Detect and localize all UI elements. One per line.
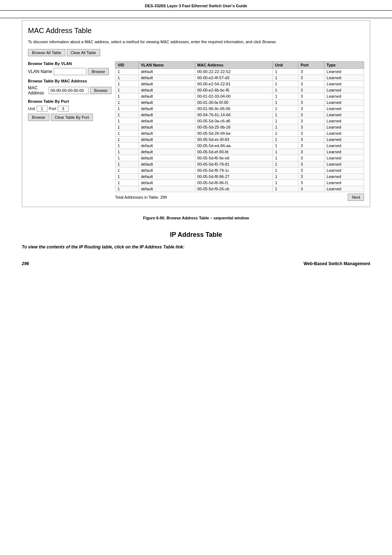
table-row: 1 default 00-00-e2-4f-57-d3 1 3 Learned bbox=[115, 75, 364, 81]
cell-vlan: default bbox=[139, 155, 195, 161]
cell-vlan: default bbox=[139, 75, 195, 81]
cell-mac: 00-01-30-fa-5f-00 bbox=[195, 100, 273, 106]
page-header: DES-3326S Layer 3 Fast Ethernet Switch U… bbox=[0, 0, 392, 11]
cell-mac: 00-05-5d-0a-c6-d6 bbox=[195, 118, 273, 124]
cell-vid: 1 bbox=[115, 161, 139, 167]
left-panel: Browse Table By VLAN VLAN Name Browse Br… bbox=[28, 61, 111, 201]
cell-type: Learned bbox=[324, 161, 364, 167]
cell-vid: 1 bbox=[115, 130, 139, 137]
cell-vlan: default bbox=[139, 137, 195, 143]
cell-type: Learned bbox=[324, 149, 364, 155]
cell-vlan: default bbox=[139, 112, 195, 118]
cell-unit: 1 bbox=[273, 149, 298, 155]
cell-mac: 00-01-02-03-04-00 bbox=[195, 93, 273, 100]
table-row: 1 default 00-01-02-03-04-00 1 3 Learned bbox=[115, 93, 364, 100]
cell-mac: 00-05-5d-ec-6f-83 bbox=[195, 137, 273, 143]
cell-vlan: default bbox=[139, 180, 195, 186]
cell-vid: 1 bbox=[115, 186, 139, 192]
cell-unit: 1 bbox=[273, 75, 298, 81]
cell-unit: 1 bbox=[273, 69, 298, 75]
clear-all-button[interactable]: Clear All Table bbox=[67, 49, 100, 56]
cell-vlan: default bbox=[139, 100, 195, 106]
cell-mac: 00-00-e2-54-22-81 bbox=[195, 81, 273, 87]
browse-vlan-label: Browse Table By VLAN bbox=[28, 61, 111, 66]
cell-type: Learned bbox=[324, 100, 364, 106]
unit-input[interactable] bbox=[37, 106, 48, 112]
mac-data-table: VID VLAN Name MAC Address Unit Port Type… bbox=[115, 61, 364, 192]
mac-address-table-box: MAC Address Table To discover informatio… bbox=[22, 20, 370, 207]
cell-port: 3 bbox=[298, 118, 324, 124]
cell-type: Learned bbox=[324, 124, 364, 130]
cell-unit: 1 bbox=[273, 161, 298, 167]
table-row: 1 default 00-05-5d-26-04-be 1 3 Learned bbox=[115, 130, 364, 137]
cell-vid: 1 bbox=[115, 112, 139, 118]
cell-vid: 1 bbox=[115, 137, 139, 143]
mac-address-input[interactable] bbox=[49, 87, 89, 94]
cell-unit: 1 bbox=[273, 155, 298, 161]
cell-vlan: default bbox=[139, 81, 195, 87]
cell-mac: 00-00-22-22-22-52 bbox=[195, 69, 273, 75]
table-header-row: VID VLAN Name MAC Address Unit Port Type bbox=[115, 62, 364, 69]
unit-port-row: Unit Port bbox=[28, 106, 111, 112]
cell-type: Learned bbox=[324, 87, 364, 93]
clear-port-button[interactable]: Clear Table By Port bbox=[51, 114, 93, 121]
cell-vid: 1 bbox=[115, 87, 139, 93]
table-row: 1 default 00-05-5d-f6-9e-e6 1 3 Learned bbox=[115, 155, 364, 161]
header-title: DES-3326S Layer 3 Fast Ethernet Switch U… bbox=[145, 4, 247, 8]
ip-section-heading: IP Address Table bbox=[22, 231, 370, 239]
vlan-name-label: VLAN Name bbox=[28, 69, 52, 74]
col-mac-address: MAC Address bbox=[195, 62, 273, 69]
cell-vlan: default bbox=[139, 124, 195, 130]
unit-label: Unit bbox=[28, 106, 35, 111]
cell-unit: 1 bbox=[273, 81, 298, 87]
table-footer: Total Addresses in Table: 289 Next bbox=[115, 194, 364, 201]
next-button[interactable]: Next bbox=[348, 194, 364, 201]
cell-unit: 1 bbox=[273, 106, 298, 112]
col-unit: Unit bbox=[273, 62, 298, 69]
browse-mac-button[interactable]: Browse bbox=[90, 87, 111, 94]
box-title: MAC Address Table bbox=[28, 27, 364, 35]
browse-vlan-button[interactable]: Browse bbox=[88, 68, 109, 75]
cell-unit: 1 bbox=[273, 124, 298, 130]
cell-port: 3 bbox=[298, 124, 324, 130]
cell-type: Learned bbox=[324, 143, 364, 149]
cell-mac: 00-05-5d-26-04-be bbox=[195, 130, 273, 137]
box-description: To discover information about a MAC addr… bbox=[28, 39, 364, 45]
cell-port: 3 bbox=[298, 93, 324, 100]
cell-port: 3 bbox=[298, 137, 324, 143]
col-vlan-name: VLAN Name bbox=[139, 62, 195, 69]
cell-vlan: default bbox=[139, 130, 195, 137]
cell-port: 3 bbox=[298, 143, 324, 149]
cell-vid: 1 bbox=[115, 174, 139, 180]
cell-unit: 1 bbox=[273, 174, 298, 180]
cell-vlan: default bbox=[139, 93, 195, 100]
cell-type: Learned bbox=[324, 69, 364, 75]
cell-type: Learned bbox=[324, 93, 364, 100]
table-row: 1 default 00-01-96-9c-06-00 1 3 Learned bbox=[115, 106, 364, 112]
col-vid: VID bbox=[115, 62, 139, 69]
cell-vlan: default bbox=[139, 143, 195, 149]
cell-mac: 00-05-5d-ef-90-fd bbox=[195, 149, 273, 155]
table-row: 1 default 00-00-22-22-22-52 1 3 Learned bbox=[115, 69, 364, 75]
cell-unit: 1 bbox=[273, 137, 298, 143]
port-input[interactable] bbox=[58, 106, 69, 112]
cell-vlan: default bbox=[139, 186, 195, 192]
cell-vid: 1 bbox=[115, 167, 139, 174]
table-row: 1 default 00-00-e2-6b-bc-f6 1 3 Learned bbox=[115, 87, 364, 93]
browse-port-label: Browse Table By Port bbox=[28, 99, 111, 104]
cell-port: 3 bbox=[298, 155, 324, 161]
browse-all-button[interactable]: Browse All Table bbox=[28, 49, 65, 56]
table-row: 1 default 00-05-5d-f8-96-27 1 3 Learned bbox=[115, 174, 364, 180]
vlan-input-row: VLAN Name Browse bbox=[28, 68, 111, 75]
cell-vid: 1 bbox=[115, 149, 139, 155]
cell-vlan: default bbox=[139, 167, 195, 174]
cell-port: 3 bbox=[298, 106, 324, 112]
browse-port-button[interactable]: Browse bbox=[28, 114, 49, 121]
cell-unit: 1 bbox=[273, 112, 298, 118]
table-row: 1 default 00-05-5d-ed-84-aa 1 3 Learned bbox=[115, 143, 364, 149]
cell-type: Learned bbox=[324, 186, 364, 192]
cell-mac: 00-05-5d-f8-96-27 bbox=[195, 174, 273, 180]
cell-port: 3 bbox=[298, 161, 324, 167]
vlan-name-input[interactable] bbox=[54, 68, 86, 75]
cell-unit: 1 bbox=[273, 100, 298, 106]
